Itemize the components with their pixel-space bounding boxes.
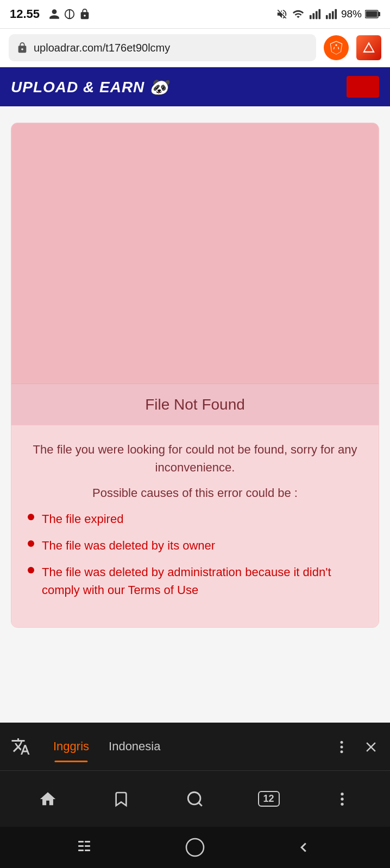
svg-rect-24 xyxy=(85,841,90,843)
back-button[interactable] xyxy=(295,839,312,856)
home-button[interactable] xyxy=(185,838,205,857)
svg-point-20 xyxy=(341,802,344,805)
svg-point-13 xyxy=(341,741,343,744)
svg-rect-7 xyxy=(329,13,331,19)
svg-point-19 xyxy=(341,797,344,800)
mute-icon xyxy=(276,8,288,20)
header-button[interactable] xyxy=(347,76,379,98)
svg-rect-11 xyxy=(378,12,380,16)
battery-display: 98% xyxy=(341,8,362,20)
recent-apps-button[interactable] xyxy=(78,841,95,854)
svg-rect-8 xyxy=(332,11,334,20)
language-more-icon[interactable] xyxy=(334,738,350,755)
battery-icon xyxy=(365,9,380,19)
list-item: The file was deleted by administration b… xyxy=(28,563,362,599)
url-text: uploadrar.com/t176et90lcmy xyxy=(34,42,309,54)
system-nav xyxy=(0,827,390,868)
svg-point-27 xyxy=(186,839,204,856)
translate-icon xyxy=(11,737,30,756)
svg-rect-12 xyxy=(366,11,378,17)
signal-icon xyxy=(309,8,322,20)
error-card: File Not Found The file you were looking… xyxy=(11,123,379,628)
account-icon xyxy=(48,8,60,20)
svg-rect-5 xyxy=(318,9,320,19)
cause-1: The file expired xyxy=(42,510,123,528)
url-lock-icon xyxy=(16,42,28,54)
list-item: The file expired xyxy=(28,510,362,528)
svg-rect-25 xyxy=(85,845,90,847)
error-title-section: File Not Found xyxy=(11,384,379,425)
nav-menu[interactable] xyxy=(305,771,379,827)
site-header: UPLOAD & EARN 🐼 xyxy=(0,67,390,106)
bullet-icon xyxy=(28,567,34,573)
svg-rect-21 xyxy=(78,841,84,843)
site-title: UPLOAD & EARN 🐼 xyxy=(11,78,169,96)
language-tab-indonesia[interactable]: Indonesia xyxy=(99,735,170,758)
list-item: The file was deleted by its owner xyxy=(28,537,362,554)
nav-home[interactable] xyxy=(11,771,85,827)
svg-point-16 xyxy=(188,792,200,805)
language-bar: Inggris Indonesia xyxy=(0,723,390,770)
svg-point-14 xyxy=(341,746,343,749)
svg-rect-4 xyxy=(316,11,318,20)
time-display: 12.55 xyxy=(10,7,40,21)
svg-rect-6 xyxy=(326,15,328,19)
url-input[interactable]: uploadrar.com/t176et90lcmy xyxy=(9,34,316,61)
bullet-icon xyxy=(28,540,34,547)
rewards-icon[interactable] xyxy=(356,35,381,60)
status-bar: 12.55 98% xyxy=(0,0,390,28)
error-image-area xyxy=(11,123,379,384)
svg-rect-23 xyxy=(78,850,84,851)
language-tab-inggris[interactable]: Inggris xyxy=(43,735,99,758)
error-causes-list: The file expired The file was deleted by… xyxy=(28,510,362,599)
tab-count-badge: 12 xyxy=(258,791,280,807)
svg-rect-26 xyxy=(85,850,90,851)
cause-3: The file was deleted by administration b… xyxy=(42,563,362,599)
svg-rect-3 xyxy=(312,13,314,19)
brave-icon[interactable] xyxy=(324,35,349,60)
nav-search[interactable] xyxy=(158,771,232,827)
svg-rect-22 xyxy=(78,845,84,847)
wifi-icon xyxy=(291,8,305,20)
error-description: The file you were looking for could not … xyxy=(28,441,362,476)
language-close-icon[interactable] xyxy=(363,738,379,756)
nav-tabs[interactable]: 12 xyxy=(232,771,306,827)
error-causes-title: Possible causes of this error could be : xyxy=(28,486,362,500)
svg-point-15 xyxy=(341,750,343,753)
nav-bookmark[interactable] xyxy=(85,771,159,827)
error-title: File Not Found xyxy=(145,396,245,413)
lock-icon xyxy=(79,8,91,20)
bottom-nav: 12 xyxy=(0,770,390,827)
svg-line-17 xyxy=(199,802,202,806)
address-bar[interactable]: uploadrar.com/t176et90lcmy xyxy=(0,28,390,67)
circle-icon xyxy=(64,8,76,20)
signal-icon-2 xyxy=(325,8,338,20)
cause-2: The file was deleted by its owner xyxy=(42,537,215,554)
svg-rect-2 xyxy=(310,15,312,19)
error-body: The file you were looking for could not … xyxy=(11,425,379,627)
main-content: File Not Found The file you were looking… xyxy=(0,106,390,644)
svg-rect-9 xyxy=(335,9,337,19)
bullet-icon xyxy=(28,514,34,520)
svg-point-18 xyxy=(341,793,344,795)
